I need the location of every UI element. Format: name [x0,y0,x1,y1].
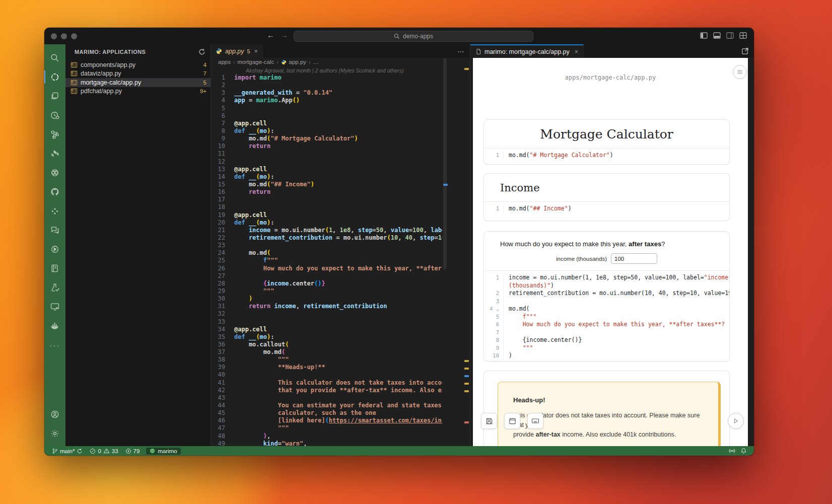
code-line[interactable]: 22 retirement_contribution = mo.ui.numbe… [211,234,442,242]
notebook-activity-icon[interactable] [44,259,65,278]
code-line[interactable]: 40 [211,371,442,379]
refresh-icon[interactable] [198,48,205,55]
code-line[interactable]: 38 """ [211,356,442,364]
docker-activity-icon[interactable] [44,316,65,335]
code-line[interactable]: 45 calculator, such as the one [211,409,442,417]
git-branch-item[interactable]: main* [49,446,85,456]
problems-item[interactable]: 0 33 [87,446,120,456]
code-line[interactable]: 10 return [211,142,442,150]
code-line[interactable]: 31 return income, retirement_contributio… [211,303,442,310]
back-arrow-icon[interactable]: ← [267,31,274,39]
cell-code[interactable]: 1mo.md("# Mortgage Calculator") [484,149,729,163]
menu-button[interactable] [733,65,747,79]
github-activity-icon[interactable] [44,182,65,201]
run-activity-icon[interactable] [44,240,65,259]
code-line[interactable]: 37 mo.md( [211,348,442,356]
open-external-icon[interactable] [741,47,749,55]
code-line[interactable]: 5 [211,105,442,112]
marimo-status-badge[interactable]: marimo [146,448,180,455]
breadcrumb-item[interactable]: mortgage-calc [237,59,274,65]
code-line[interactable]: 34@app.cell [211,326,442,333]
code-line[interactable]: 27 [211,272,442,280]
history-activity-icon[interactable] [44,106,65,125]
editor-scrollbar[interactable] [442,58,470,446]
code-line[interactable]: 8def __(mo): [211,127,442,135]
globe-activity-icon[interactable] [44,163,65,182]
checkerboard-activity-icon[interactable] [44,201,65,221]
cell-code[interactable]: 1income = mo.ui.number(1, 1e8, step=50, … [484,271,729,362]
code-line[interactable]: 12 [211,158,442,166]
toggle-secondary-sidebar-icon[interactable] [726,32,734,39]
code-line[interactable]: 42 that you provide **after-tax** income… [211,387,442,394]
forward-arrow-icon[interactable]: → [281,31,288,39]
code-line[interactable]: 13@app.cell [211,166,442,173]
scrollbar-thumb[interactable] [443,58,447,269]
code-line[interactable]: 3__generated_with = "0.0.14" [211,89,442,97]
editor-tab-app-py[interactable]: app.py 5 × [211,44,263,58]
explorer-activity-icon[interactable] [44,87,65,106]
run-cell-button[interactable] [728,413,744,429]
code-line[interactable]: 30 ) [211,295,442,303]
account-icon[interactable] [44,405,65,424]
file-list-item[interactable]: components/app.py4 [65,60,211,69]
code-line[interactable]: 16 return [211,188,442,196]
editor-more-actions-icon[interactable]: ⋯ [457,44,470,58]
code-line[interactable]: 20def __(mo): [211,219,442,227]
code-line[interactable]: 25 f""" [211,257,442,264]
code-editor[interactable]: Akshay Agrawal, last month | 2 authors (… [211,66,442,446]
code-line[interactable]: 33 [211,318,442,326]
test-activity-icon[interactable] [44,278,65,297]
close-window-button[interactable] [51,33,57,39]
minimize-window-button[interactable] [61,33,67,39]
zoom-window-button[interactable] [71,33,77,39]
breadcrumb[interactable]: apps› mortgage-calc› app.py› … [211,58,470,66]
code-line[interactable]: 28 {income.center()} [211,280,442,287]
code-line[interactable]: 49 kind="warn", [211,440,442,446]
save-button[interactable] [481,413,497,429]
code-line[interactable]: 46 [linked here](https://smartasset.com/… [211,417,442,424]
code-line[interactable]: 4app = marimo.App() [211,97,442,104]
code-line[interactable]: 17 [211,196,442,203]
code-line[interactable]: 26 How much do you expect to make this y… [211,265,442,272]
code-line[interactable]: 24 mo.md( [211,249,442,257]
code-line[interactable]: 9 mo.md("# Mortgage Calculator") [211,135,442,142]
cell-code[interactable]: 1mo.md("## Income") [484,202,729,216]
extra-count-item[interactable]: 79 [123,446,143,456]
marimo-activity-icon[interactable] [44,67,65,87]
remote-screen-activity-icon[interactable] [44,297,65,316]
toggle-panel-icon[interactable] [713,32,721,39]
hierarchy-activity-icon[interactable] [44,125,65,144]
settings-gear-icon[interactable] [44,424,65,443]
file-list-item[interactable]: dataviz/app.py7 [65,69,211,79]
preview-tab[interactable]: marimo: mortgage-calc/app.py × [470,44,584,58]
code-line[interactable]: 11 [211,150,442,158]
code-line[interactable]: 43 [211,394,442,402]
toggle-sidebar-icon[interactable] [700,32,708,39]
code-line[interactable]: 7@app.cell [211,120,442,127]
search-activity-icon[interactable] [44,48,65,67]
tab-close-icon[interactable]: × [254,48,258,55]
keyboard-shortcuts-button[interactable] [527,413,543,429]
comments-activity-icon[interactable] [44,221,65,240]
code-line[interactable]: 41 This calculator does not take taxes i… [211,379,442,387]
bell-icon[interactable] [740,448,747,454]
code-line[interactable]: 48 ), [211,433,442,440]
code-line[interactable]: 21 income = mo.ui.number(1, 1e8, step=50… [211,227,442,234]
code-line[interactable]: 19@app.cell [211,211,442,219]
more-activity-icon[interactable]: ··· [44,335,65,354]
open-browser-button[interactable] [504,413,520,429]
tab-close-icon[interactable]: × [575,48,578,55]
breadcrumb-item[interactable]: apps [218,59,231,65]
broadcast-icon[interactable] [729,448,735,454]
breadcrumb-item[interactable]: … [313,59,319,65]
code-line[interactable]: 1import marimo [211,74,442,82]
income-number-input[interactable] [611,253,657,264]
code-line[interactable]: 15 mo.md("## Income") [211,181,442,188]
code-line[interactable]: 39 **Heads-up!** [211,364,442,371]
code-line[interactable]: 14def __(mo): [211,173,442,181]
terraform-activity-icon[interactable] [44,144,65,163]
code-line[interactable]: 47 """ [211,424,442,432]
code-line[interactable]: 6 [211,112,442,120]
code-line[interactable]: 23 [211,242,442,249]
code-line[interactable]: 18 [211,203,442,211]
